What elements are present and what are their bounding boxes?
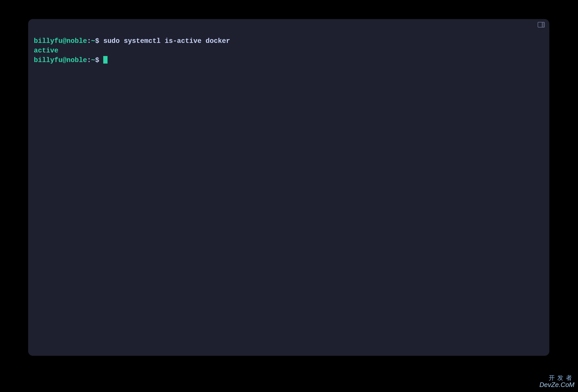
watermark: 开发者 DevZe.CoM (539, 375, 574, 388)
terminal-line-2: active (34, 46, 544, 55)
prompt-user-host: billyfu@noble (34, 37, 87, 45)
terminal-window[interactable]: billyfu@noble:~$ sudo systemctl is-activ… (28, 19, 549, 356)
terminal-cursor (103, 56, 108, 64)
terminal-line-3: billyfu@noble:~$ (34, 55, 544, 65)
prompt-symbol: $ (95, 37, 99, 45)
prompt-path: ~ (91, 37, 95, 45)
terminal-line-1: billyfu@noble:~$ sudo systemctl is-activ… (34, 36, 544, 46)
terminal-content[interactable]: billyfu@noble:~$ sudo systemctl is-activ… (34, 36, 544, 351)
prompt-separator: : (87, 57, 91, 64)
command-text: sudo systemctl is-active docker (103, 37, 230, 45)
panel-toggle-icon[interactable] (538, 22, 545, 27)
prompt-user-host: billyfu@noble (34, 57, 87, 64)
command-text (99, 37, 103, 45)
svg-rect-2 (542, 22, 544, 27)
prompt-symbol: $ (95, 57, 99, 64)
watermark-line1: 开发者 (539, 375, 574, 381)
command-output: active (34, 47, 58, 54)
watermark-line2: DevZe.CoM (539, 381, 574, 388)
prompt-separator: : (87, 37, 91, 45)
terminal-titlebar (28, 19, 549, 27)
prompt-path: ~ (91, 57, 95, 64)
